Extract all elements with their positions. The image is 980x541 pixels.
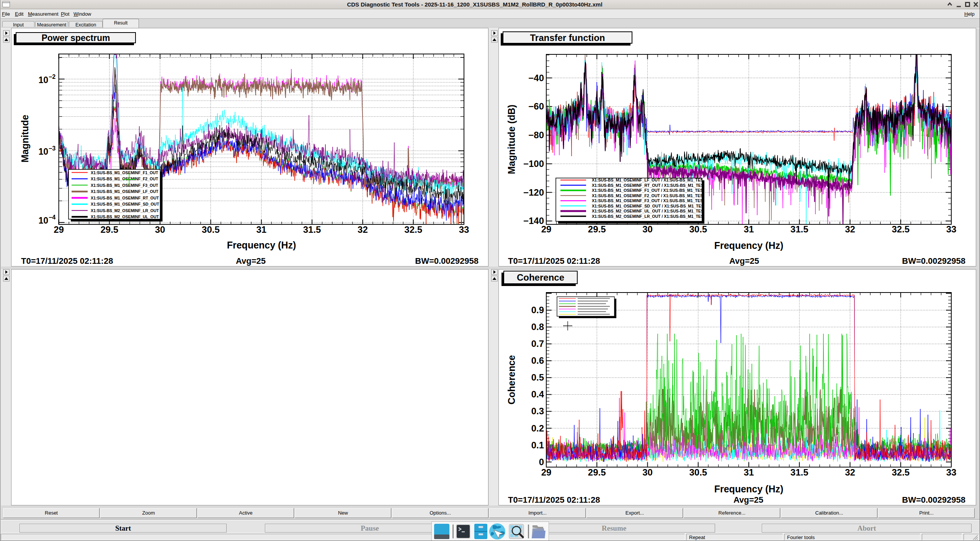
svg-text:33: 33 bbox=[946, 467, 957, 477]
svg-text:30.5: 30.5 bbox=[689, 467, 707, 477]
svg-text:−100: −100 bbox=[523, 159, 544, 169]
svg-text:BW=0.00292958: BW=0.00292958 bbox=[902, 256, 965, 266]
svg-text:−3: −3 bbox=[49, 145, 56, 152]
svg-text:X1:SUS-BS_M1_OSEMINF_RT_OUT: X1:SUS-BS_M1_OSEMINF_RT_OUT bbox=[91, 196, 159, 200]
svg-text:X1:SUS-BS_M1_OSEMINF_LF_OUT: X1:SUS-BS_M1_OSEMINF_LF_OUT bbox=[91, 189, 158, 194]
svg-text:33: 33 bbox=[946, 224, 957, 234]
svg-text:X1:SUS-BS_M1_OSEMINF_F2_OUT /: X1:SUS-BS_M1_OSEMINF_F2_OUT / X1:SUS-BS_… bbox=[592, 193, 721, 198]
svg-text:30: 30 bbox=[642, 467, 653, 477]
svg-text:32: 32 bbox=[358, 224, 368, 235]
svg-text:X1:SUS-BS_M1_OSEMINF_F3_OUT /: X1:SUS-BS_M1_OSEMINF_F3_OUT / X1:SUS-BS_… bbox=[592, 198, 721, 203]
svg-text:0.5: 0.5 bbox=[531, 372, 544, 382]
svg-text:30: 30 bbox=[155, 224, 165, 235]
svg-text:29.5: 29.5 bbox=[588, 224, 606, 234]
svg-text:Avg=25: Avg=25 bbox=[733, 495, 763, 505]
svg-text:BW=0.00292958: BW=0.00292958 bbox=[415, 256, 479, 266]
svg-text:−140: −140 bbox=[523, 216, 544, 226]
svg-text:32.5: 32.5 bbox=[404, 224, 422, 235]
svg-text:32.5: 32.5 bbox=[892, 467, 910, 477]
svg-text:29.5: 29.5 bbox=[100, 224, 118, 235]
svg-text:Magnitude: Magnitude bbox=[20, 114, 30, 162]
svg-text:30: 30 bbox=[642, 224, 653, 234]
svg-text:T0=17/11/2025 02:11:28: T0=17/11/2025 02:11:28 bbox=[21, 256, 113, 266]
svg-text:10: 10 bbox=[38, 216, 48, 226]
svg-text:32: 32 bbox=[845, 467, 855, 477]
svg-text:0.6: 0.6 bbox=[531, 355, 544, 366]
svg-text:Frequency (Hz): Frequency (Hz) bbox=[714, 240, 784, 251]
svg-text:29: 29 bbox=[541, 467, 552, 477]
svg-text:Avg=25: Avg=25 bbox=[236, 256, 266, 266]
svg-text:−2: −2 bbox=[49, 74, 56, 80]
svg-text:T0=17/11/2025 02:11:28: T0=17/11/2025 02:11:28 bbox=[508, 256, 600, 266]
svg-text:Avg=25: Avg=25 bbox=[729, 256, 759, 266]
svg-text:31.5: 31.5 bbox=[303, 224, 321, 235]
svg-text:30.5: 30.5 bbox=[202, 224, 220, 235]
svg-text:32.5: 32.5 bbox=[892, 224, 910, 234]
svg-text:X1:SUS-BS_M2_OSEMINF_UL_OUT: X1:SUS-BS_M2_OSEMINF_UL_OUT bbox=[91, 214, 159, 219]
svg-text:0.4: 0.4 bbox=[531, 389, 544, 399]
svg-text:31: 31 bbox=[256, 224, 266, 235]
svg-text:0.1: 0.1 bbox=[531, 440, 544, 450]
svg-text:31: 31 bbox=[744, 467, 754, 477]
svg-text:10: 10 bbox=[38, 75, 48, 85]
svg-text:33: 33 bbox=[459, 224, 469, 235]
svg-text:30.5: 30.5 bbox=[689, 224, 707, 234]
svg-text:X1:SUS-BS_M1_OSEMINF_SD_OUT: X1:SUS-BS_M1_OSEMINF_SD_OUT bbox=[91, 202, 159, 206]
svg-text:−40: −40 bbox=[528, 73, 544, 83]
svg-text:X1:SUS-BS_M1_OSEMINF_F2_OUT: X1:SUS-BS_M1_OSEMINF_F2_OUT bbox=[91, 177, 158, 181]
svg-text:Magnitude (dB): Magnitude (dB) bbox=[506, 105, 517, 174]
svg-text:X1:SUS-BS_M1_OSEMINF_F1_OUT: X1:SUS-BS_M1_OSEMINF_F1_OUT bbox=[91, 170, 158, 175]
svg-text:X1:SUS-BS_M1_OSEMINF_F3_OUT: X1:SUS-BS_M1_OSEMINF_F3_OUT bbox=[91, 183, 158, 188]
svg-text:31.5: 31.5 bbox=[791, 467, 808, 477]
svg-text:X1:SUS-BS_M2_OSEMINF_LR_OUT: X1:SUS-BS_M2_OSEMINF_LR_OUT bbox=[91, 208, 159, 213]
svg-text:31: 31 bbox=[744, 224, 754, 234]
svg-text:BW=0.00292958: BW=0.00292958 bbox=[902, 495, 965, 505]
svg-text:−80: −80 bbox=[528, 130, 544, 140]
svg-text:−120: −120 bbox=[523, 187, 544, 198]
svg-text:0.7: 0.7 bbox=[531, 338, 544, 349]
svg-text:0.3: 0.3 bbox=[531, 406, 544, 416]
svg-text:0: 0 bbox=[539, 457, 544, 467]
svg-text:Coherence: Coherence bbox=[506, 355, 517, 404]
svg-text:−60: −60 bbox=[528, 101, 544, 111]
svg-text:0.2: 0.2 bbox=[531, 423, 544, 433]
svg-text:T0=17/11/2025 02:11:28: T0=17/11/2025 02:11:28 bbox=[508, 495, 600, 505]
svg-text:31.5: 31.5 bbox=[791, 224, 808, 234]
svg-text:0.8: 0.8 bbox=[531, 322, 544, 332]
svg-text:32: 32 bbox=[845, 224, 855, 234]
svg-text:X1:SUS-BS_M1_OSEMINF_F1_OUT /: X1:SUS-BS_M1_OSEMINF_F1_OUT / X1:SUS-BS_… bbox=[592, 188, 721, 193]
svg-text:0.9: 0.9 bbox=[531, 305, 544, 315]
svg-text:10: 10 bbox=[38, 147, 48, 157]
svg-text:29.5: 29.5 bbox=[588, 467, 606, 477]
svg-text:29: 29 bbox=[54, 224, 64, 235]
svg-text:Frequency (Hz): Frequency (Hz) bbox=[227, 240, 296, 250]
svg-text:−4: −4 bbox=[49, 214, 56, 221]
svg-text:Frequency (Hz): Frequency (Hz) bbox=[714, 484, 784, 494]
